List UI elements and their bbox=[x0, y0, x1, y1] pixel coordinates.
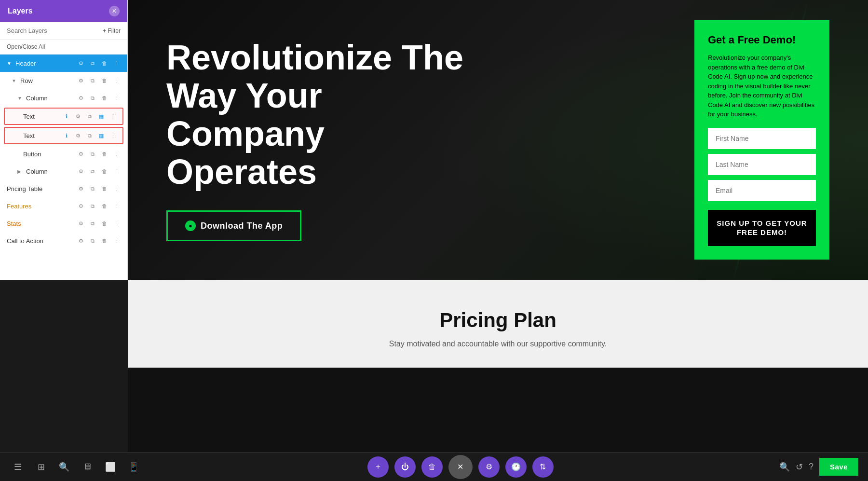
pricing-section: Pricing Plan Stay motivated and accounta… bbox=[128, 280, 868, 368]
pricing-subtitle: Stay motivated and accountable with our … bbox=[166, 340, 829, 348]
download-icon: ● bbox=[185, 220, 196, 231]
more-icon[interactable]: ⋮ bbox=[108, 111, 118, 121]
tablet-icon[interactable]: ⬜ bbox=[102, 459, 119, 475]
settings-icon[interactable]: ⚙ bbox=[76, 76, 86, 85]
copy-icon[interactable]: ⧉ bbox=[88, 219, 97, 228]
settings-icon[interactable]: ⚙ bbox=[73, 131, 83, 140]
settings-icon[interactable]: ⚙ bbox=[76, 58, 86, 68]
settings-icon[interactable]: ⚙ bbox=[76, 184, 86, 193]
help-icon[interactable]: ? bbox=[809, 462, 814, 472]
search-bottom-icon[interactable]: 🔍 bbox=[56, 459, 72, 475]
chevron-right-icon: ▼ bbox=[17, 96, 24, 101]
settings-icon[interactable]: ⚙ bbox=[76, 166, 86, 176]
settings-button[interactable]: ⚙ bbox=[478, 456, 500, 478]
layer-item-row[interactable]: ▼ Row ⚙ ⧉ 🗑 ⋮ bbox=[0, 72, 127, 89]
layer-item-call-to-action[interactable]: Call to Action ⚙ ⧉ 🗑 ⋮ bbox=[0, 232, 127, 249]
layer-item-header[interactable]: ▼ Header ⚙ ⧉ 🗑 ⋮ bbox=[0, 55, 127, 72]
chevron-right-icon: ▶ bbox=[17, 169, 24, 174]
trash-icon[interactable]: 🗑 bbox=[99, 149, 109, 159]
settings-icon[interactable]: ⚙ bbox=[76, 149, 86, 159]
stats-icon[interactable]: ▦ bbox=[96, 131, 106, 140]
copy-icon[interactable]: ⧉ bbox=[88, 166, 97, 176]
more-icon[interactable]: ⋮ bbox=[111, 149, 121, 159]
trash-icon[interactable]: 🗑 bbox=[99, 76, 109, 85]
save-button[interactable]: Save bbox=[819, 458, 858, 476]
demo-card-title: Get a Free Demo! bbox=[708, 34, 816, 46]
settings-icon[interactable]: ⚙ bbox=[76, 93, 86, 103]
first-name-input[interactable] bbox=[708, 128, 816, 149]
trash-icon[interactable]: 🗑 bbox=[99, 184, 109, 193]
last-name-input[interactable] bbox=[708, 154, 816, 175]
more-icon[interactable]: ⋮ bbox=[111, 236, 121, 246]
layer-item-text2[interactable]: Text ℹ ⚙ ⧉ ▦ ⋮ bbox=[4, 127, 123, 144]
open-close-all-button[interactable]: Open/Close All bbox=[0, 40, 127, 55]
trash-icon[interactable]: 🗑 bbox=[99, 236, 109, 246]
trash-icon[interactable]: 🗑 bbox=[99, 219, 109, 228]
layer-item-features[interactable]: Features ⚙ ⧉ 🗑 ⋮ bbox=[0, 197, 127, 215]
more-icon[interactable]: ⋮ bbox=[111, 184, 121, 193]
main-canvas: Revolutionize The Way Your Company Opera… bbox=[128, 0, 868, 481]
copy-icon[interactable]: ⧉ bbox=[85, 131, 95, 140]
settings-icon[interactable]: ⚙ bbox=[76, 219, 86, 228]
more-icon[interactable]: ⋮ bbox=[111, 93, 121, 103]
copy-icon[interactable]: ⧉ bbox=[88, 149, 97, 159]
history-button[interactable]: 🕐 bbox=[505, 456, 527, 478]
layers-close-button[interactable]: ✕ bbox=[109, 6, 120, 16]
copy-icon[interactable]: ⧉ bbox=[85, 111, 95, 121]
layer-item-column2[interactable]: ▶ Column ⚙ ⧉ 🗑 ⋮ bbox=[0, 163, 127, 180]
layer-item-stats[interactable]: Stats ⚙ ⧉ 🗑 ⋮ bbox=[0, 215, 127, 232]
layer-item-pricing-table[interactable]: Pricing Table ⚙ ⧉ 🗑 ⋮ bbox=[0, 180, 127, 197]
stats-icon[interactable]: ▦ bbox=[96, 111, 106, 121]
power-button[interactable]: ⏻ bbox=[394, 456, 416, 478]
bottom-bar: ☰ ⊞ 🔍 🖥 ⬜ 📱 ＋ ⏻ 🗑 ✕ ⚙ 🕐 ⇅ 🔍 ↺ ? Save bbox=[0, 452, 868, 481]
layer-item-text1[interactable]: Text ℹ ⚙ ⧉ ▦ ⋮ bbox=[4, 108, 123, 125]
delete-button[interactable]: 🗑 bbox=[421, 456, 443, 478]
layers-panel: Layers ✕ + Filter Open/Close All ▼ Heade… bbox=[0, 0, 128, 280]
trash-icon[interactable]: 🗑 bbox=[99, 58, 109, 68]
layers-search-bar: + Filter bbox=[0, 22, 127, 40]
layers-filter-button[interactable]: + Filter bbox=[103, 27, 121, 34]
more-icon[interactable]: ⋮ bbox=[111, 58, 121, 68]
undo-icon[interactable]: ↺ bbox=[796, 462, 803, 472]
layers-search-input[interactable] bbox=[7, 27, 99, 34]
mobile-icon[interactable]: 📱 bbox=[125, 459, 142, 475]
more-icon[interactable]: ⋮ bbox=[111, 201, 121, 211]
menu-icon[interactable]: ☰ bbox=[10, 459, 26, 475]
email-input[interactable] bbox=[708, 180, 816, 201]
demo-card-description: Revolutionize your company's operations … bbox=[708, 53, 816, 119]
demo-card: Get a Free Demo! Revolutionize your comp… bbox=[694, 20, 829, 260]
chevron-right-icon: ▼ bbox=[12, 78, 18, 83]
pricing-title: Pricing Plan bbox=[166, 309, 829, 332]
search-right-icon[interactable]: 🔍 bbox=[779, 462, 790, 472]
layer-item-column1[interactable]: ▼ Column ⚙ ⧉ 🗑 ⋮ bbox=[0, 89, 127, 107]
add-module-button[interactable]: ＋ bbox=[367, 456, 389, 478]
info-icon[interactable]: ℹ bbox=[62, 111, 71, 121]
more-icon[interactable]: ⋮ bbox=[111, 76, 121, 85]
grid-icon[interactable]: ⊞ bbox=[33, 459, 49, 475]
more-icon[interactable]: ⋮ bbox=[111, 166, 121, 176]
close-button[interactable]: ✕ bbox=[448, 455, 473, 479]
bottom-right-controls: 🔍 ↺ ? Save bbox=[779, 458, 858, 476]
trash-icon[interactable]: 🗑 bbox=[99, 166, 109, 176]
copy-icon[interactable]: ⧉ bbox=[88, 184, 97, 193]
hero-title: Revolutionize The Way Your Company Opera… bbox=[166, 39, 465, 192]
demo-submit-button[interactable]: SIGN UP TO GET YOUR FREE DEMO! bbox=[708, 210, 816, 246]
download-app-button[interactable]: ● Download The App bbox=[166, 210, 301, 241]
desktop-icon[interactable]: 🖥 bbox=[79, 459, 95, 475]
copy-icon[interactable]: ⧉ bbox=[88, 76, 97, 85]
hero-section: Revolutionize The Way Your Company Opera… bbox=[128, 0, 868, 280]
more-icon[interactable]: ⋮ bbox=[111, 219, 121, 228]
info-icon[interactable]: ℹ bbox=[62, 131, 71, 140]
copy-icon[interactable]: ⧉ bbox=[88, 201, 97, 211]
layer-item-button[interactable]: Button ⚙ ⧉ 🗑 ⋮ bbox=[0, 145, 127, 163]
more-icon[interactable]: ⋮ bbox=[108, 131, 118, 140]
copy-icon[interactable]: ⧉ bbox=[88, 58, 97, 68]
equalizer-button[interactable]: ⇅ bbox=[532, 456, 554, 478]
copy-icon[interactable]: ⧉ bbox=[88, 236, 97, 246]
copy-icon[interactable]: ⧉ bbox=[88, 93, 97, 103]
settings-icon[interactable]: ⚙ bbox=[73, 111, 83, 121]
settings-icon[interactable]: ⚙ bbox=[76, 201, 86, 211]
trash-icon[interactable]: 🗑 bbox=[99, 201, 109, 211]
settings-icon[interactable]: ⚙ bbox=[76, 236, 86, 246]
trash-icon[interactable]: 🗑 bbox=[99, 93, 109, 103]
